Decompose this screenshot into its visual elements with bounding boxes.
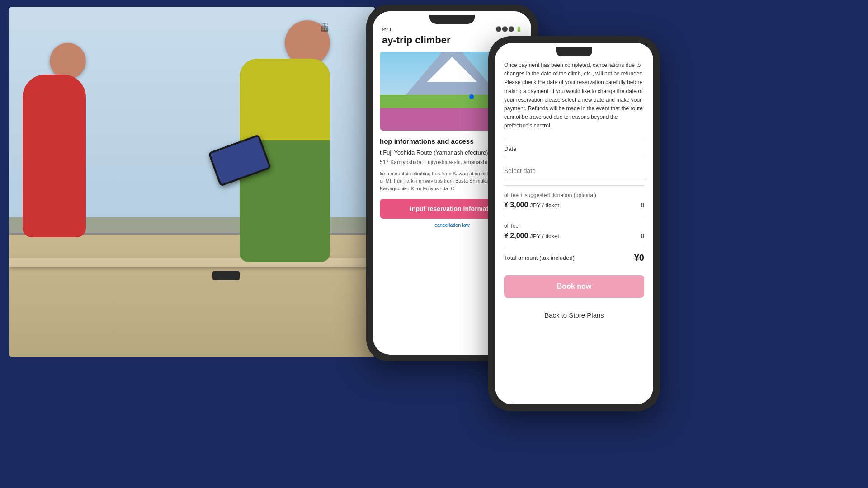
phone2-divider-3 — [504, 216, 644, 216]
phone2-total-section: Total amount (tax included) ¥0 — [504, 247, 644, 268]
phone2-date-input[interactable] — [504, 164, 644, 178]
phone2-toll-optional-price: ¥ 3,000 JPY / ticket — [504, 201, 559, 209]
phone2-date-divider — [504, 158, 644, 158]
phone2-toll-optional-label: oll fee + suggested donation (optional) — [504, 191, 644, 199]
phone1-location-dot — [469, 94, 474, 99]
phone2-divider-2 — [504, 185, 644, 186]
phone2-toll-fee-section: oll fee ¥ 2,000 JPY / ticket 0 — [504, 222, 644, 240]
phone2-toll-row: ¥ 2,000 JPY / ticket 0 — [504, 232, 644, 240]
phone1-status-bar: 9:41 ⚫⚫⚫ 🔋 — [373, 24, 531, 34]
phone-mockup-2: Once payment has been completed, cancell… — [488, 36, 660, 411]
phone2-book-button[interactable]: Book now — [504, 275, 644, 298]
phone2-total-label: Total amount (tax included) — [504, 254, 575, 261]
phone2-content: Once payment has been completed, cancell… — [495, 56, 653, 328]
phone2-toll-fee-optional-section: oll fee + suggested donation (optional) … — [504, 191, 644, 209]
phone2-date-section: Date — [504, 145, 644, 178]
phone1-signals: ⚫⚫⚫ 🔋 — [495, 26, 522, 32]
phone1-time: 9:41 — [382, 27, 392, 32]
phone2-cancellation-text: Once payment has been completed, cancell… — [504, 61, 644, 131]
phone2-total-amount: ¥0 — [634, 253, 644, 263]
phone2-back-link[interactable]: Back to Store Plans — [504, 307, 644, 324]
phone2-toll-qty: 0 — [641, 232, 644, 239]
phone2-toll-optional-row: ¥ 3,000 JPY / ticket 0 — [504, 201, 644, 209]
phone2-date-label: Date — [504, 145, 644, 152]
phone2-divider-1 — [504, 140, 644, 140]
main-photo: 富士山 — [9, 7, 375, 357]
phone2-notch — [556, 47, 592, 56]
phone2-toll-optional-qty: 0 — [641, 201, 644, 209]
phone2-toll-label: oll fee — [504, 222, 644, 230]
phone2-toll-price: ¥ 2,000 JPY / ticket — [504, 232, 559, 240]
phone1-notch — [429, 15, 475, 24]
phone-screen-2: Once payment has been completed, cancell… — [495, 43, 653, 404]
